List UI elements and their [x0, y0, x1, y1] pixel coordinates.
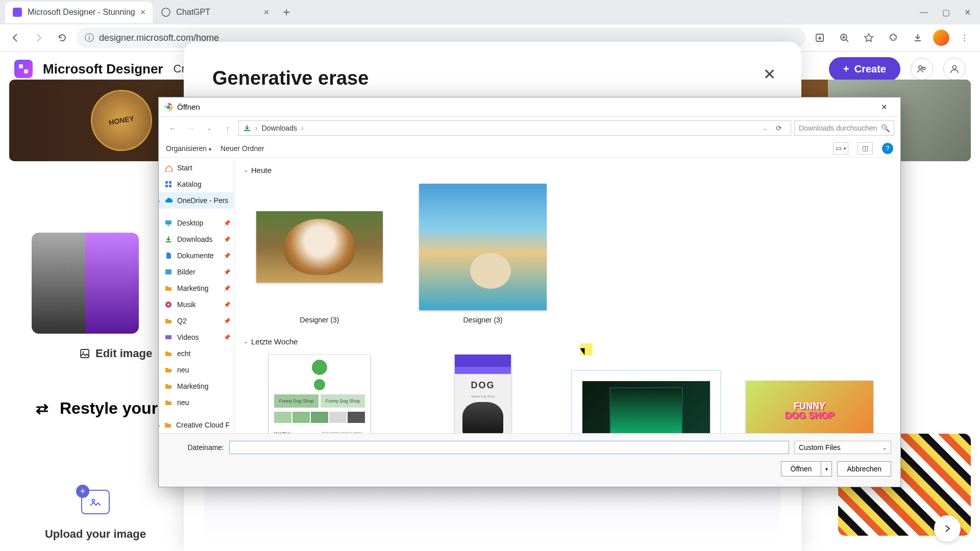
extensions-icon[interactable] — [884, 29, 902, 47]
cloud-icon — [164, 196, 173, 205]
app-title: Microsoft Designer — [43, 61, 163, 77]
sidebar-item-musik[interactable]: Musik📌 — [159, 296, 234, 313]
plus-icon: + — [843, 63, 849, 75]
open-dropdown-icon[interactable]: ▾ — [821, 466, 831, 472]
maximize-icon[interactable]: ▢ — [942, 8, 950, 17]
file-thumbnail[interactable]: Funny Dog ShopFunny Dog ShopHeadingSubhe… — [251, 354, 388, 433]
group-header[interactable]: ⌄Heute — [243, 163, 891, 177]
sidebar-item-marketing[interactable]: Marketing📌 — [159, 280, 234, 296]
profile-avatar[interactable] — [933, 30, 949, 46]
plus-badge-icon: + — [76, 485, 89, 498]
nav-back-button[interactable]: ← — [165, 120, 180, 136]
file-thumbnail[interactable] — [577, 354, 715, 433]
sidebar-item-dokumente[interactable]: Dokumente📌 — [159, 247, 234, 264]
view-mode-button[interactable]: ▭ ▾ — [833, 142, 848, 155]
svg-point-6 — [919, 66, 922, 69]
chevron-right-icon: ▸ — [159, 422, 160, 428]
site-info-icon[interactable]: ⓘ — [85, 32, 94, 44]
open-button[interactable]: Öffnen ▾ — [781, 461, 832, 477]
sidebar-item-katalog[interactable]: Katalog — [159, 176, 234, 192]
modal-close-button[interactable]: ✕ — [763, 65, 776, 83]
sidebar-item-downloads[interactable]: Downloads📌 — [159, 231, 234, 247]
file-thumbnail[interactable]: FUNNYDOG SHOP — [741, 354, 878, 433]
sidebar-item-creative-cloud-f[interactable]: ▸Creative Cloud F — [159, 417, 234, 433]
svg-rect-9 — [81, 349, 89, 358]
pin-icon: 📌 — [224, 253, 231, 259]
new-folder-button[interactable]: Neuer Ordner — [220, 144, 264, 153]
designer-logo-icon[interactable] — [14, 60, 33, 78]
bookmark-icon[interactable] — [860, 29, 878, 47]
nav-forward-button[interactable]: → — [183, 120, 199, 136]
account-icon[interactable] — [943, 58, 966, 80]
folder-icon — [164, 365, 173, 374]
file-open-dialog: Öffnen ✕ ← → ⌄ ↑ › Downloads › ⌄ ⟳ Downl… — [158, 97, 901, 487]
dialog-close-button[interactable]: ✕ — [873, 103, 895, 112]
menu-icon[interactable]: ⋮ — [955, 29, 974, 47]
file-caption: Designer (3) — [463, 316, 502, 324]
search-input[interactable]: Downloads durchsuchen 🔍 — [794, 120, 894, 136]
filetype-select[interactable]: Custom Files ⌄ — [794, 441, 891, 454]
refresh-button[interactable]: ⟳ — [771, 124, 787, 132]
path-sep: › — [301, 124, 304, 132]
folder-icon — [164, 349, 173, 358]
sidebar-label: neu — [177, 366, 189, 374]
hero-honey-badge: HONEY — [86, 85, 157, 156]
sidebar-label: neu — [177, 398, 189, 407]
sidebar-item-start[interactable]: Start — [159, 160, 234, 176]
install-icon[interactable] — [811, 29, 829, 47]
sidebar-item-bilder[interactable]: Bilder📌 — [159, 264, 234, 280]
sidebar-item-desktop[interactable]: Desktop📌 — [159, 215, 234, 231]
create-button[interactable]: + Create — [829, 57, 900, 81]
nav-recent-button[interactable]: ⌄ — [202, 120, 217, 136]
pin-icon: 📌 — [224, 318, 231, 324]
reload-button[interactable] — [53, 29, 71, 47]
path-dropdown-icon[interactable]: ⌄ — [763, 125, 767, 132]
zoom-icon[interactable] — [835, 29, 853, 47]
sidebar-item-echt[interactable]: echt — [159, 345, 234, 362]
file-thumbnail[interactable]: Designer (3) — [414, 182, 552, 324]
sidebar-label: Katalog — [177, 180, 201, 188]
dialog-content: ⌄HeuteDesigner (3)Designer (3)⌄Letzte Wo… — [234, 158, 900, 433]
tab-designer[interactable]: Microsoft Designer - Stunning × — [5, 2, 153, 23]
minimize-icon[interactable]: — — [920, 8, 928, 17]
thumbnail-strip — [32, 233, 139, 334]
download-icon — [164, 235, 173, 244]
next-arrow-button[interactable] — [934, 515, 961, 542]
svg-rect-16 — [165, 185, 168, 187]
thumb-funny-dog-shop: FUNNYDOG SHOP — [746, 381, 873, 433]
downloads-icon[interactable] — [909, 29, 927, 47]
upload-card[interactable]: + Upload your image — [32, 434, 159, 541]
image-icon — [164, 267, 173, 277]
sidebar-item-neu[interactable]: neu — [159, 394, 234, 411]
path-breadcrumb[interactable]: › Downloads › ⌄ ⟳ — [238, 120, 791, 136]
close-icon[interactable]: × — [140, 7, 146, 18]
close-window-icon[interactable]: ✕ — [964, 8, 971, 17]
organize-menu[interactable]: Organisieren ▾ — [166, 144, 211, 153]
filename-input[interactable] — [229, 441, 789, 454]
cancel-button[interactable]: Abbrechen — [837, 461, 891, 477]
sidebar-item-q2[interactable]: Q2📌 — [159, 313, 234, 329]
preview-pane-button[interactable]: ◫ — [857, 142, 873, 155]
sidebar-item-marketing[interactable]: Marketing — [159, 378, 234, 394]
nav-up-button[interactable]: ↑ — [220, 120, 235, 136]
filename-label: Dateiname: — [168, 443, 224, 452]
edit-image-label: Edit image — [79, 347, 152, 360]
sidebar-item-videos[interactable]: Videos📌 — [159, 329, 234, 345]
group-header[interactable]: ⌄Letzte Woche — [243, 334, 891, 348]
pin-icon: 📌 — [224, 302, 231, 308]
penguin-thumbnail[interactable] — [32, 233, 139, 334]
forward-button[interactable] — [30, 29, 48, 47]
file-thumbnail[interactable]: Designer (3) — [251, 182, 388, 324]
file-thumbnail[interactable]: DOGStylish Dog Shop — [414, 354, 552, 433]
tab-chatgpt[interactable]: ChatGPT × — [154, 2, 276, 23]
sidebar-item-neu[interactable]: neu — [159, 362, 234, 378]
new-tab-button[interactable]: + — [277, 3, 296, 21]
path-folder[interactable]: Downloads — [262, 124, 297, 132]
sidebar-item-onedrive---pers[interactable]: ▸OneDrive - Pers — [159, 192, 234, 209]
search-placeholder: Downloads durchsuchen — [799, 124, 877, 132]
downloads-folder-icon — [243, 124, 251, 132]
collab-icon[interactable] — [911, 58, 933, 80]
close-icon[interactable]: × — [264, 7, 270, 18]
help-button[interactable]: ? — [882, 143, 893, 154]
back-button[interactable] — [6, 29, 24, 47]
